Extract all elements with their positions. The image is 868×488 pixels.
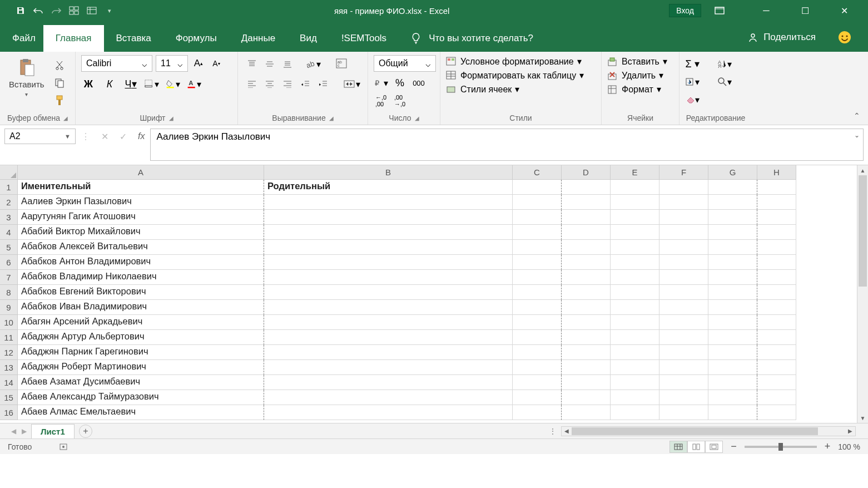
cell[interactable] [513, 390, 562, 405]
cell[interactable] [264, 345, 513, 360]
paste-button[interactable]: Вставить ▾ [6, 55, 48, 100]
cell[interactable]: Абаев Александр Таймуразович [18, 390, 264, 405]
cell[interactable] [708, 300, 757, 315]
cell[interactable] [659, 255, 708, 270]
cell[interactable] [708, 180, 757, 195]
cell[interactable] [611, 210, 659, 225]
cell[interactable] [611, 345, 659, 360]
cell[interactable] [659, 285, 708, 300]
cell[interactable] [562, 225, 611, 240]
login-button[interactable]: Вход [669, 4, 701, 17]
cell[interactable] [513, 210, 562, 225]
italic-button[interactable]: К [102, 77, 117, 91]
format-cells-button[interactable]: Формат ▾ [607, 84, 661, 95]
cell[interactable] [708, 225, 757, 240]
cell[interactable] [757, 375, 796, 390]
cell[interactable] [708, 270, 757, 285]
cell[interactable] [264, 285, 513, 300]
cell[interactable] [264, 195, 513, 210]
cell[interactable] [757, 285, 796, 300]
tab-split-grip[interactable]: ⋮ [549, 427, 557, 436]
cell[interactable] [659, 180, 708, 195]
cell[interactable] [562, 375, 611, 390]
autosum-icon[interactable]: Σ ▾ [685, 57, 700, 71]
cell[interactable] [757, 225, 796, 240]
cell[interactable] [562, 390, 611, 405]
cell[interactable] [611, 405, 659, 420]
cell[interactable] [611, 360, 659, 375]
cell[interactable]: Родительный [264, 180, 513, 195]
cell[interactable] [708, 375, 757, 390]
smiley-icon[interactable] [838, 31, 851, 44]
cell[interactable] [513, 195, 562, 210]
align-right-icon[interactable] [279, 77, 296, 91]
font-color-icon[interactable]: A ▾ [187, 77, 201, 91]
tab-file[interactable]: Файл [4, 25, 43, 52]
fill-color-icon[interactable]: ▾ [166, 77, 180, 91]
tell-me[interactable]: Что вы хотите сделать? [399, 33, 545, 52]
cell[interactable] [513, 180, 562, 195]
cell[interactable] [611, 195, 659, 210]
cell[interactable] [708, 330, 757, 345]
cell[interactable] [562, 180, 611, 195]
cell[interactable] [659, 225, 708, 240]
align-left-icon[interactable] [244, 77, 260, 91]
col-header[interactable]: B [264, 165, 513, 180]
cell[interactable] [659, 375, 708, 390]
macro-record-icon[interactable] [59, 443, 68, 451]
cell[interactable] [264, 375, 513, 390]
cell[interactable] [562, 345, 611, 360]
col-header[interactable]: C [513, 165, 562, 180]
align-top-icon[interactable] [244, 57, 260, 71]
copy-icon[interactable] [52, 76, 67, 90]
zoom-slider[interactable] [745, 446, 817, 448]
cell[interactable]: Абабков Антон Владимирович [18, 255, 264, 270]
cell[interactable] [513, 285, 562, 300]
increase-decimal-icon[interactable]: ←,0,00 [374, 94, 388, 107]
cell[interactable] [562, 405, 611, 420]
cell[interactable]: Абаев Азамат Дусимбаевич [18, 375, 264, 390]
cell[interactable] [264, 330, 513, 345]
row-header[interactable]: 3 [0, 210, 18, 225]
cells-grid[interactable]: ИменительныйРодительныйАалиев Эркин Пазы… [18, 180, 796, 420]
save-icon[interactable] [16, 6, 26, 16]
minimize-icon[interactable]: ─ [753, 6, 779, 16]
cell[interactable] [513, 375, 562, 390]
scroll-up-icon[interactable]: ▲ [857, 165, 868, 175]
cell[interactable] [757, 390, 796, 405]
cell[interactable] [562, 360, 611, 375]
cell[interactable] [264, 315, 513, 330]
cell[interactable]: Абаджян Артур Альбертович [18, 330, 264, 345]
cell[interactable] [611, 180, 659, 195]
cell[interactable]: Абагян Арсений Аркадьевич [18, 315, 264, 330]
cell[interactable] [757, 195, 796, 210]
fill-icon[interactable]: ▾ [685, 75, 700, 88]
cell[interactable] [757, 210, 796, 225]
cell[interactable] [611, 315, 659, 330]
cell[interactable] [659, 360, 708, 375]
tab-semtools[interactable]: !SEMTools [329, 25, 399, 52]
cell[interactable] [659, 195, 708, 210]
cell[interactable] [659, 390, 708, 405]
cell[interactable] [513, 345, 562, 360]
cell[interactable] [611, 300, 659, 315]
zoom-out-icon[interactable]: − [731, 441, 737, 452]
expand-formula-bar-icon[interactable]: ⌄ [854, 131, 860, 139]
decrease-decimal-icon[interactable]: ,00→,0 [393, 94, 407, 107]
qat-custom2-icon[interactable] [87, 6, 97, 16]
cell[interactable] [513, 360, 562, 375]
row-header[interactable]: 16 [0, 405, 18, 420]
cell[interactable] [611, 330, 659, 345]
collapse-ribbon-icon[interactable]: ⌃ [854, 111, 860, 120]
cell[interactable] [757, 405, 796, 420]
row-header[interactable]: 12 [0, 345, 18, 360]
view-page-break-icon[interactable] [705, 441, 723, 453]
cell[interactable] [264, 360, 513, 375]
col-header[interactable]: E [611, 165, 659, 180]
row-header[interactable]: 13 [0, 360, 18, 375]
cell[interactable] [708, 210, 757, 225]
decrease-font-icon[interactable]: A▾ [209, 57, 224, 70]
qat-custom1-icon[interactable] [69, 6, 79, 16]
font-size-combo[interactable]: 11⌵ [156, 55, 188, 72]
cell[interactable] [562, 285, 611, 300]
